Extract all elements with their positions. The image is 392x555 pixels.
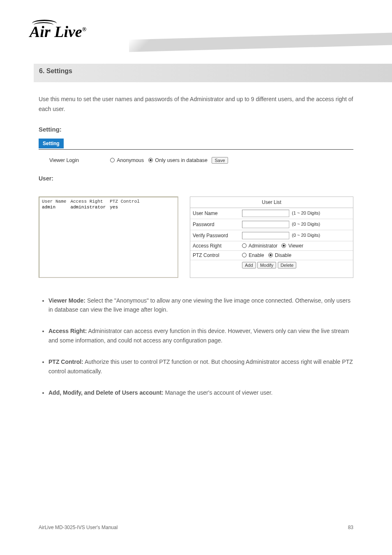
radio-administrator-label: Administrator — [249, 243, 278, 249]
table-header-row: User Name Access Right PTZ Control — [42, 199, 143, 204]
username-input[interactable] — [242, 210, 289, 217]
bullet-body: Authorize this user to control PTZ funct… — [48, 358, 353, 374]
bullet-head: Add, Modify, and Delete of Users account… — [48, 389, 164, 396]
setting-subheading: Setting: — [39, 126, 353, 133]
radio-ptz-enable-label: Enable — [249, 252, 264, 258]
page-content: Use this menu to set the user names and … — [0, 82, 392, 397]
intro-paragraph: Use this menu to set the user names and … — [39, 95, 353, 114]
table-row: admin administrator yes — [42, 205, 143, 210]
radio-only-users[interactable] — [148, 158, 153, 162]
username-label: User Name — [193, 210, 242, 216]
access-right-label: Access Right — [193, 243, 242, 249]
td-username: admin — [42, 205, 69, 210]
list-item: Access Right: Administrator can access e… — [48, 326, 353, 345]
list-item: Viewer Mode: Select the "Anonymous" to a… — [48, 296, 353, 314]
divider-line — [39, 149, 353, 150]
bullet-body: Select the "Anonymous" to allow any one … — [48, 297, 350, 313]
list-item: PTZ Control: Authorize this user to cont… — [48, 357, 353, 376]
th-ptz: PTZ Control — [110, 199, 143, 204]
setting-button[interactable]: Setting — [39, 139, 64, 148]
bullet-head: Access Right: — [48, 328, 87, 334]
modify-button[interactable]: Modify — [257, 262, 276, 268]
bullet-head: Viewer Mode: — [48, 297, 85, 304]
header-decor-diagonal — [129, 33, 392, 52]
radio-anonymous[interactable] — [110, 158, 115, 162]
user-subheading: User: — [39, 175, 353, 182]
user-list-title: User List — [190, 197, 353, 208]
delete-button[interactable]: Delete — [278, 262, 297, 268]
viewer-login-panel: Viewer Login Anonymous Only users in dat… — [49, 157, 353, 164]
verify-password-hint: (0 ~ 20 Digits) — [292, 233, 320, 238]
section-number-title: 6. Settings — [39, 67, 72, 75]
radio-administrator[interactable] — [242, 243, 247, 248]
verify-password-label: Verify Password — [193, 233, 242, 238]
bullet-body: Administrator can access every function … — [48, 328, 349, 343]
radio-anonymous-label: Anonymous — [117, 157, 144, 163]
th-username: User Name — [42, 199, 69, 204]
password-label: Password — [193, 222, 242, 227]
radio-viewer-label: Viewer — [288, 243, 303, 249]
bullet-head: PTZ Control: — [48, 358, 83, 365]
password-input[interactable] — [242, 221, 289, 228]
brand-logo: Air Live® — [30, 23, 86, 41]
radio-ptz-enable[interactable] — [242, 253, 247, 257]
list-item: Add, Modify, and Delete of Users account… — [48, 388, 353, 397]
verify-password-input[interactable] — [242, 232, 289, 239]
th-accessright: Access Right — [70, 199, 109, 204]
footer-page-number: 83 — [348, 525, 353, 530]
header-grey-band — [34, 64, 392, 82]
td-accessright: administrator — [70, 205, 109, 210]
radio-ptz-disable[interactable] — [268, 253, 273, 257]
add-button[interactable]: Add — [242, 262, 256, 268]
user-table: User Name Access Right PTZ Control admin… — [39, 197, 178, 278]
user-list-row: User Name Access Right PTZ Control admin… — [39, 197, 353, 278]
radio-viewer[interactable] — [281, 243, 286, 248]
header-banner: Air Live® 6. Settings — [0, 0, 392, 82]
username-hint: (1 ~ 20 Digits) — [292, 210, 320, 215]
page-footer: AirLive MD-3025-IVS User's Manual 83 — [39, 525, 353, 530]
td-ptz: yes — [110, 205, 143, 210]
password-hint: (0 ~ 20 Digits) — [292, 222, 320, 227]
radio-ptz-disable-label: Disable — [275, 252, 291, 258]
radio-only-users-label: Only users in database — [155, 157, 208, 163]
bullet-list: Viewer Mode: Select the "Anonymous" to a… — [39, 296, 353, 398]
user-list-form: User List User Name (1 ~ 20 Digits) Pass… — [190, 197, 353, 278]
bullet-body: Manage the user's account of viewer user… — [164, 389, 273, 396]
viewer-login-label: Viewer Login — [49, 157, 109, 163]
ptz-control-label: PTZ Control — [193, 252, 242, 258]
footer-left: AirLive MD-3025-IVS User's Manual — [39, 525, 118, 530]
save-button[interactable]: Save — [212, 157, 228, 164]
